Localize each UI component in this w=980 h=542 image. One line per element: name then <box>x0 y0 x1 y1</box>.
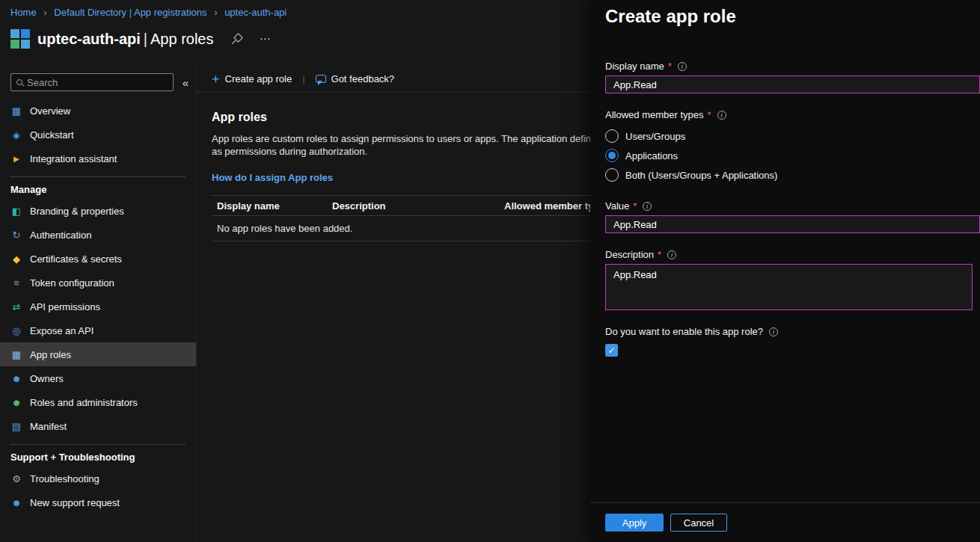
sidebar-item-owners[interactable]: ☻ Owners <box>0 366 196 390</box>
info-icon[interactable] <box>667 250 676 259</box>
required-asterisk: * <box>633 200 637 212</box>
plus-icon: + <box>212 73 220 86</box>
sidebar-item-manifest[interactable]: ▤ Manifest <box>0 414 196 438</box>
feedback-icon <box>316 75 326 83</box>
page-title-blade: App roles <box>150 31 214 47</box>
create-app-role-label: Create app role <box>225 73 293 84</box>
sidebar-item-label: Roles and administrators <box>30 397 138 408</box>
allowed-member-types-label: Allowed member types <box>605 109 704 120</box>
info-icon[interactable] <box>769 327 778 336</box>
toolbar-divider: | <box>302 73 304 84</box>
required-asterisk: * <box>668 61 672 72</box>
column-allowed-member-types: Allowed member types <box>499 200 590 212</box>
collapse-sidebar-button[interactable]: « <box>180 76 192 89</box>
panel-body: Create app role Display name * Allowed m… <box>590 0 980 357</box>
authentication-icon: ↻ <box>10 230 22 241</box>
info-icon[interactable] <box>678 62 687 71</box>
sidebar: « ▦ Overview ◈ Quickstart ► Integration … <box>0 66 197 542</box>
sidebar-item-integration-assistant[interactable]: ► Integration assistant <box>0 147 196 170</box>
sidebar-section-support: Support + Troubleshooting <box>0 445 196 466</box>
sidebar-item-label: Token configuration <box>30 277 114 289</box>
description-textarea[interactable]: App.Read <box>605 264 973 310</box>
breadcrumb-home[interactable]: Home <box>10 7 37 18</box>
radio-icon <box>605 168 619 182</box>
description-line-2: as permissions during authorization. <box>212 146 590 158</box>
sidebar-search-row: « <box>0 66 196 91</box>
display-name-label: Display name <box>605 61 664 72</box>
sidebar-item-branding-properties[interactable]: ◧ Branding & properties <box>0 199 196 223</box>
sidebar-item-label: Branding & properties <box>30 206 124 217</box>
create-app-role-button[interactable]: + Create app role <box>212 73 292 86</box>
sidebar-item-label: New support request <box>30 497 120 508</box>
roles-administrators-icon: ☻ <box>10 397 22 408</box>
section-heading: App roles <box>212 111 590 124</box>
sidebar-item-label: App roles <box>30 349 71 360</box>
page-title-separator: | <box>144 31 147 47</box>
search-box <box>10 73 174 91</box>
radio-both[interactable]: Both (Users/Groups + Applications) <box>605 165 980 185</box>
enable-label-row: Do you want to enable this app role? <box>605 326 980 337</box>
sidebar-item-label: Expose an API <box>30 325 94 336</box>
overview-icon: ▦ <box>10 105 22 117</box>
sidebar-item-label: Quickstart <box>30 129 74 141</box>
sidebar-item-label: Overview <box>30 105 70 117</box>
apply-button[interactable]: Apply <box>605 514 664 532</box>
display-name-input[interactable] <box>605 76 980 93</box>
got-feedback-button[interactable]: Got feedback? <box>316 73 395 84</box>
sidebar-item-label: Authentication <box>30 230 91 241</box>
table-empty-row: No app roles have been added. <box>212 216 590 241</box>
breadcrumb-separator: › <box>43 7 46 18</box>
column-description: Description <box>327 200 499 212</box>
more-options-icon[interactable]: ⋯ <box>259 32 272 46</box>
troubleshooting-icon: ⚙ <box>10 473 22 484</box>
sidebar-item-label: Integration assistant <box>30 153 117 164</box>
sidebar-item-expose-an-api[interactable]: ◎ Expose an API <box>0 318 196 342</box>
sidebar-item-api-permissions[interactable]: ⇄ API permissions <box>0 295 196 318</box>
sidebar-item-certificates-secrets[interactable]: ◆ Certificates & secrets <box>0 247 196 271</box>
owners-icon: ☻ <box>10 373 22 384</box>
cancel-button[interactable]: Cancel <box>670 514 727 532</box>
radio-applications[interactable]: Applications <box>605 146 980 165</box>
value-label-row: Value * <box>605 200 980 212</box>
display-name-label-row: Display name * <box>605 61 980 72</box>
allowed-member-types-group: Users/Groups Applications Both (Users/Gr… <box>605 126 980 185</box>
sidebar-item-token-configuration[interactable]: ≡ Token configuration <box>0 271 196 295</box>
pin-icon[interactable] <box>231 34 242 45</box>
assign-app-roles-link[interactable]: How do I assign App roles <box>212 172 333 183</box>
command-bar: + Create app role | Got feedback? <box>197 66 590 93</box>
token-configuration-icon: ≡ <box>10 277 22 289</box>
sidebar-item-app-roles[interactable]: ▦ App roles <box>0 342 196 366</box>
breadcrumb-current-app[interactable]: uptec-auth-api <box>224 7 287 18</box>
enable-app-role-checkbox[interactable] <box>605 344 618 357</box>
required-asterisk: * <box>708 109 711 120</box>
expose-api-icon: ◎ <box>10 325 22 336</box>
sidebar-item-quickstart[interactable]: ◈ Quickstart <box>0 123 196 147</box>
radio-label: Both (Users/Groups + Applications) <box>625 170 777 181</box>
column-display-name: Display name <box>212 200 327 212</box>
page-title-app-name: uptec-auth-api <box>37 31 141 47</box>
radio-users-groups[interactable]: Users/Groups <box>605 126 980 146</box>
radio-icon <box>605 149 619 162</box>
page-title: uptec-auth-api|App roles <box>37 31 213 48</box>
value-input[interactable] <box>605 215 980 233</box>
breadcrumb-separator: › <box>214 7 217 18</box>
sidebar-item-roles-administrators[interactable]: ☻ Roles and administrators <box>0 390 196 414</box>
panel-title: Create app role <box>605 6 980 27</box>
key-icon: ◆ <box>10 253 22 265</box>
radio-label: Applications <box>625 150 678 161</box>
panel-footer: Apply Cancel <box>590 502 980 542</box>
sidebar-item-overview[interactable]: ▦ Overview <box>0 99 196 123</box>
sidebar-item-troubleshooting[interactable]: ⚙ Troubleshooting <box>0 466 196 490</box>
create-app-role-panel: Create app role Display name * Allowed m… <box>590 0 980 542</box>
portal-left-region: Home › Default Directory | App registrat… <box>0 0 590 542</box>
breadcrumb-app-registrations[interactable]: Default Directory | App registrations <box>54 7 206 18</box>
info-icon[interactable] <box>717 111 726 120</box>
value-label: Value <box>605 200 629 212</box>
info-icon[interactable] <box>643 202 652 211</box>
sidebar-item-label: Troubleshooting <box>30 473 99 484</box>
sidebar-item-authentication[interactable]: ↻ Authentication <box>0 223 196 247</box>
sidebar-item-new-support-request[interactable]: ☻ New support request <box>0 490 196 514</box>
search-input[interactable] <box>27 77 173 88</box>
sidebar-item-label: Certificates & secrets <box>30 253 122 265</box>
page-header: uptec-auth-api|App roles ⋯ <box>0 18 590 51</box>
